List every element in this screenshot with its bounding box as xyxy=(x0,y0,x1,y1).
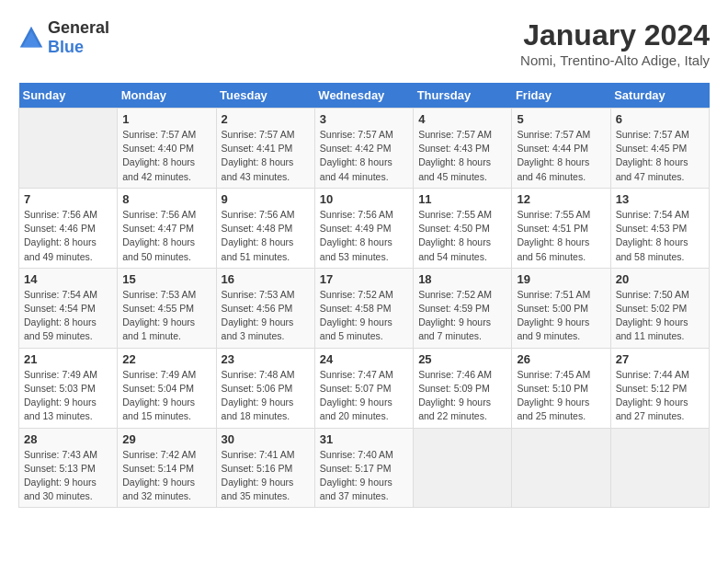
day-info: Sunrise: 7:56 AMSunset: 4:49 PMDaylight:… xyxy=(320,208,408,264)
day-info: Sunrise: 7:49 AMSunset: 5:03 PMDaylight:… xyxy=(24,368,112,424)
day-info: Sunrise: 7:57 AMSunset: 4:41 PMDaylight:… xyxy=(222,128,310,184)
calendar-cell: 11Sunrise: 7:55 AMSunset: 4:50 PMDayligh… xyxy=(414,188,512,268)
day-number: 20 xyxy=(616,272,704,286)
day-number: 16 xyxy=(222,272,310,286)
calendar-cell: 15Sunrise: 7:53 AMSunset: 4:55 PMDayligh… xyxy=(118,268,216,348)
day-info: Sunrise: 7:51 AMSunset: 5:00 PMDaylight:… xyxy=(517,288,605,344)
main-title: January 2024 xyxy=(520,18,710,52)
calendar-week-2: 7Sunrise: 7:56 AMSunset: 4:46 PMDaylight… xyxy=(19,188,710,268)
day-number: 28 xyxy=(24,432,112,446)
day-info: Sunrise: 7:48 AMSunset: 5:06 PMDaylight:… xyxy=(222,368,310,424)
day-number: 30 xyxy=(222,432,310,446)
calendar-week-1: 1Sunrise: 7:57 AMSunset: 4:40 PMDaylight… xyxy=(19,109,710,189)
calendar-cell: 31Sunrise: 7:40 AMSunset: 5:17 PMDayligh… xyxy=(314,428,413,508)
calendar-cell: 22Sunrise: 7:49 AMSunset: 5:04 PMDayligh… xyxy=(118,348,216,428)
day-number: 8 xyxy=(122,192,210,206)
calendar-cell: 8Sunrise: 7:56 AMSunset: 4:47 PMDaylight… xyxy=(118,188,216,268)
calendar-cell: 16Sunrise: 7:53 AMSunset: 4:56 PMDayligh… xyxy=(216,268,314,348)
day-info: Sunrise: 7:57 AMSunset: 4:42 PMDaylight:… xyxy=(320,128,408,184)
day-number: 27 xyxy=(616,352,704,366)
day-number: 7 xyxy=(24,192,112,206)
day-info: Sunrise: 7:53 AMSunset: 4:55 PMDaylight:… xyxy=(122,288,210,344)
calendar-cell: 29Sunrise: 7:42 AMSunset: 5:14 PMDayligh… xyxy=(118,428,216,508)
day-info: Sunrise: 7:52 AMSunset: 4:58 PMDaylight:… xyxy=(320,288,408,344)
day-info: Sunrise: 7:40 AMSunset: 5:17 PMDaylight:… xyxy=(320,448,408,504)
calendar-cell: 3Sunrise: 7:57 AMSunset: 4:42 PMDaylight… xyxy=(314,109,413,189)
day-number: 9 xyxy=(222,192,310,206)
calendar-cell: 13Sunrise: 7:54 AMSunset: 4:53 PMDayligh… xyxy=(610,188,709,268)
header-wednesday: Wednesday xyxy=(314,83,413,109)
header-sunday: Sunday xyxy=(19,83,118,109)
header-monday: Monday xyxy=(118,83,216,109)
day-info: Sunrise: 7:57 AMSunset: 4:40 PMDaylight:… xyxy=(122,128,210,184)
calendar-cell: 24Sunrise: 7:47 AMSunset: 5:07 PMDayligh… xyxy=(314,348,413,428)
calendar-cell: 28Sunrise: 7:43 AMSunset: 5:13 PMDayligh… xyxy=(19,428,118,508)
calendar-header-row: SundayMondayTuesdayWednesdayThursdayFrid… xyxy=(19,83,710,109)
calendar-cell: 27Sunrise: 7:44 AMSunset: 5:12 PMDayligh… xyxy=(610,348,709,428)
day-info: Sunrise: 7:55 AMSunset: 4:51 PMDaylight:… xyxy=(517,208,605,264)
day-number: 21 xyxy=(24,352,112,366)
day-number: 4 xyxy=(418,112,506,126)
logo-general: General xyxy=(48,18,109,37)
calendar-cell: 1Sunrise: 7:57 AMSunset: 4:40 PMDaylight… xyxy=(118,109,216,189)
day-info: Sunrise: 7:43 AMSunset: 5:13 PMDaylight:… xyxy=(24,448,112,504)
day-number: 15 xyxy=(122,272,210,286)
day-info: Sunrise: 7:52 AMSunset: 4:59 PMDaylight:… xyxy=(418,288,506,344)
day-number: 11 xyxy=(418,192,506,206)
calendar-cell xyxy=(610,428,709,508)
calendar-cell: 23Sunrise: 7:48 AMSunset: 5:06 PMDayligh… xyxy=(216,348,314,428)
day-number: 18 xyxy=(418,272,506,286)
calendar-cell: 25Sunrise: 7:46 AMSunset: 5:09 PMDayligh… xyxy=(414,348,512,428)
calendar-cell: 7Sunrise: 7:56 AMSunset: 4:46 PMDaylight… xyxy=(19,188,118,268)
calendar-week-3: 14Sunrise: 7:54 AMSunset: 4:54 PMDayligh… xyxy=(19,268,710,348)
day-info: Sunrise: 7:42 AMSunset: 5:14 PMDaylight:… xyxy=(122,448,210,504)
calendar-cell: 17Sunrise: 7:52 AMSunset: 4:58 PMDayligh… xyxy=(314,268,413,348)
day-info: Sunrise: 7:56 AMSunset: 4:48 PMDaylight:… xyxy=(222,208,310,264)
day-number: 10 xyxy=(320,192,408,206)
day-info: Sunrise: 7:54 AMSunset: 4:53 PMDaylight:… xyxy=(616,208,704,264)
day-number: 1 xyxy=(122,112,210,126)
calendar-cell: 20Sunrise: 7:50 AMSunset: 5:02 PMDayligh… xyxy=(610,268,709,348)
day-info: Sunrise: 7:57 AMSunset: 4:44 PMDaylight:… xyxy=(517,128,605,184)
day-info: Sunrise: 7:53 AMSunset: 4:56 PMDaylight:… xyxy=(222,288,310,344)
day-number: 17 xyxy=(320,272,408,286)
calendar-cell: 5Sunrise: 7:57 AMSunset: 4:44 PMDaylight… xyxy=(512,109,610,189)
day-number: 19 xyxy=(517,272,605,286)
day-info: Sunrise: 7:57 AMSunset: 4:45 PMDaylight:… xyxy=(616,128,704,184)
calendar-cell: 6Sunrise: 7:57 AMSunset: 4:45 PMDaylight… xyxy=(610,109,709,189)
day-number: 23 xyxy=(222,352,310,366)
day-info: Sunrise: 7:56 AMSunset: 4:46 PMDaylight:… xyxy=(24,208,112,264)
calendar-cell: 12Sunrise: 7:55 AMSunset: 4:51 PMDayligh… xyxy=(512,188,610,268)
calendar-cell: 21Sunrise: 7:49 AMSunset: 5:03 PMDayligh… xyxy=(19,348,118,428)
day-info: Sunrise: 7:54 AMSunset: 4:54 PMDaylight:… xyxy=(24,288,112,344)
calendar-cell xyxy=(512,428,610,508)
calendar-cell xyxy=(19,109,118,189)
day-number: 13 xyxy=(616,192,704,206)
header-friday: Friday xyxy=(512,83,610,109)
day-number: 31 xyxy=(320,432,408,446)
calendar-table: SundayMondayTuesdayWednesdayThursdayFrid… xyxy=(18,83,710,508)
day-number: 24 xyxy=(320,352,408,366)
calendar-cell: 2Sunrise: 7:57 AMSunset: 4:41 PMDaylight… xyxy=(216,109,314,189)
day-number: 14 xyxy=(24,272,112,286)
calendar-cell: 4Sunrise: 7:57 AMSunset: 4:43 PMDaylight… xyxy=(414,109,512,189)
calendar-cell: 26Sunrise: 7:45 AMSunset: 5:10 PMDayligh… xyxy=(512,348,610,428)
calendar-cell: 14Sunrise: 7:54 AMSunset: 4:54 PMDayligh… xyxy=(19,268,118,348)
title-block: January 2024 Nomi, Trentino-Alto Adige, … xyxy=(520,18,710,68)
day-number: 2 xyxy=(222,112,310,126)
day-number: 12 xyxy=(517,192,605,206)
calendar-week-4: 21Sunrise: 7:49 AMSunset: 5:03 PMDayligh… xyxy=(19,348,710,428)
logo-blue: Blue xyxy=(48,38,84,56)
day-info: Sunrise: 7:55 AMSunset: 4:50 PMDaylight:… xyxy=(418,208,506,264)
day-info: Sunrise: 7:41 AMSunset: 5:16 PMDaylight:… xyxy=(222,448,310,504)
day-number: 26 xyxy=(517,352,605,366)
header-saturday: Saturday xyxy=(610,83,709,109)
calendar-week-5: 28Sunrise: 7:43 AMSunset: 5:13 PMDayligh… xyxy=(19,428,710,508)
header-tuesday: Tuesday xyxy=(216,83,314,109)
logo-icon xyxy=(18,25,44,51)
page-header: General Blue January 2024 Nomi, Trentino… xyxy=(18,18,710,68)
subtitle: Nomi, Trentino-Alto Adige, Italy xyxy=(520,52,710,68)
day-info: Sunrise: 7:44 AMSunset: 5:12 PMDaylight:… xyxy=(616,368,704,424)
day-info: Sunrise: 7:56 AMSunset: 4:47 PMDaylight:… xyxy=(122,208,210,264)
day-info: Sunrise: 7:57 AMSunset: 4:43 PMDaylight:… xyxy=(418,128,506,184)
